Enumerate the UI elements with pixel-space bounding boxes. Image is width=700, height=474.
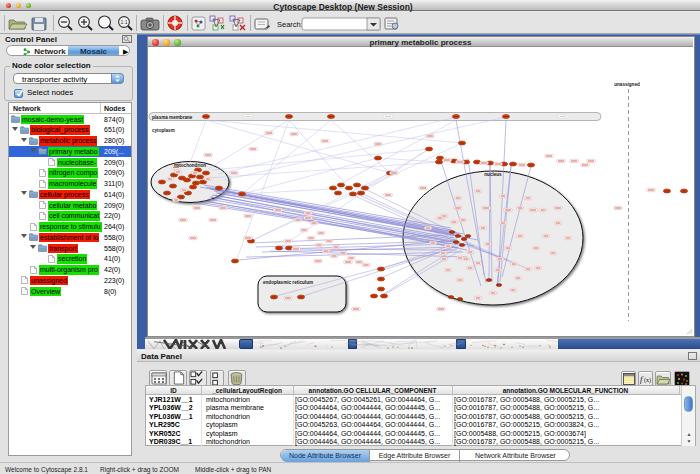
svg-text:nucleus: nucleus <box>484 172 502 177</box>
svg-text:endoplasmic reticulum: endoplasmic reticulum <box>263 280 313 285</box>
svg-text:cytoplasm: cytoplasm <box>152 128 175 133</box>
svg-text:1:1: 1:1 <box>121 19 128 25</box>
svg-text:(x): (x) <box>644 377 651 384</box>
svg-text:Search:: Search: <box>277 20 303 29</box>
svg-text:mitochondrion: mitochondrion <box>174 163 206 168</box>
svg-text:plasma membrane: plasma membrane <box>152 115 193 120</box>
svg-text:unassigned: unassigned <box>614 82 640 87</box>
